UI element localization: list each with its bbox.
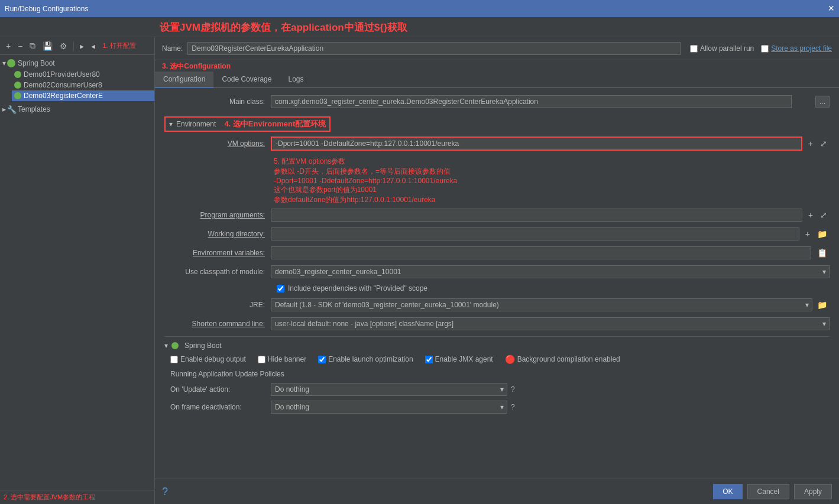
policies-title: Running Application Update Policies: [170, 370, 830, 378]
main-class-row: Main class: ...: [164, 95, 830, 108]
cancel-button[interactable]: Cancel: [747, 484, 789, 499]
config-toolbar: + − ⧉ 💾 ⚙ ▸ ◂ 1. 打开配置: [0, 37, 154, 55]
name-input[interactable]: [187, 42, 681, 55]
title-bar: Run/Debug Configurations ×: [0, 0, 839, 17]
enable-debug-option: Enable debug output: [170, 355, 246, 363]
warning-icon: 🔴: [505, 355, 515, 364]
shorten-cmd-select[interactable]: user-local default: none - java [options…: [271, 317, 830, 330]
demo03-item[interactable]: Demo03RegisterCenterE: [12, 90, 154, 101]
on-update-select[interactable]: Do nothing: [271, 383, 507, 396]
tab-coverage[interactable]: Code Coverage: [213, 71, 280, 87]
spring-boot-triangle: ▾: [164, 342, 168, 350]
enable-jmx-option: Enable JMX agent: [425, 355, 493, 363]
store-project-checkbox[interactable]: [761, 45, 769, 53]
spring-boot-header[interactable]: ▾ Spring Boot: [164, 342, 830, 350]
add-config-button[interactable]: +: [4, 40, 13, 52]
remove-config-button[interactable]: −: [15, 40, 25, 52]
program-args-expand-button[interactable]: ⤢: [818, 209, 830, 221]
bottom-bar: ? OK Cancel Apply: [155, 479, 839, 504]
env-vars-label: Environment variables:: [164, 249, 271, 257]
vm-options-expand-button[interactable]: ⤢: [818, 138, 830, 149]
ok-button[interactable]: OK: [713, 484, 742, 499]
classpath-select[interactable]: demo03_register_center_eureka_10001: [271, 265, 830, 278]
jre-label: JRE:: [164, 301, 271, 309]
main-class-browse-button[interactable]: ...: [815, 96, 830, 108]
config-panel: Main class: ... ▾ Environment 4. 选中Envir…: [155, 88, 839, 479]
enable-jmx-checkbox[interactable]: [425, 356, 433, 363]
working-dir-add-button[interactable]: +: [803, 228, 812, 240]
window-title: Run/Debug Configurations: [5, 5, 88, 13]
tab-configuration[interactable]: Configuration: [155, 71, 213, 88]
store-project-label: Store as project file: [771, 44, 832, 53]
bg-compilation-label: Background compilation enabled: [517, 355, 620, 363]
on-frame-row: On frame deactivation: Do nothing ?: [170, 401, 830, 414]
spring-boot-group[interactable]: ▾ Spring Boot: [0, 57, 154, 69]
env-vars-edit-button[interactable]: 📋: [815, 247, 830, 259]
spring-boot-section: ▾ Spring Boot Enable debug output Hide b…: [164, 336, 830, 414]
step1-annotation: 1. 打开配置: [102, 41, 135, 50]
templates-label: Templates: [18, 105, 50, 113]
jre-row: JRE: Default (1.8 - SDK of 'demo03_regis…: [164, 298, 830, 311]
expand-button[interactable]: ▸: [77, 40, 86, 52]
hide-banner-option: Hide banner: [258, 355, 306, 363]
copy-config-button[interactable]: ⧉: [27, 40, 38, 52]
include-deps-label: Include dependencies with "Provided" sco…: [288, 284, 427, 292]
shorten-cmd-label: Shorten command line:: [164, 320, 271, 328]
program-args-input[interactable]: [271, 209, 802, 222]
on-update-help-icon[interactable]: ?: [511, 385, 515, 394]
spring-boot-section-label: Spring Boot: [184, 342, 222, 350]
jre-browse-button[interactable]: 📁: [815, 299, 830, 311]
vm-options-add-button[interactable]: +: [806, 138, 815, 149]
working-dir-label: Working directory:: [164, 230, 271, 238]
on-update-label: On 'Update' action:: [170, 385, 271, 394]
demo01-item[interactable]: Demo01ProviderUser80: [12, 69, 154, 80]
demo01-label: Demo01ProviderUser80: [24, 70, 100, 79]
run-debug-config-window: Run/Debug Configurations × 设置JVM虚拟机的参数值，…: [0, 0, 839, 504]
step4-annotation: 4. 选中Environment配置环境: [224, 119, 326, 129]
demo03-label: Demo03RegisterCenterE: [24, 92, 103, 100]
enable-jmx-label: Enable JMX agent: [435, 355, 493, 363]
close-button[interactable]: ×: [828, 2, 834, 15]
on-frame-help-icon[interactable]: ?: [511, 403, 515, 411]
enable-launch-option: Enable launch optimization: [318, 355, 413, 363]
toolbar-separator: [73, 41, 74, 51]
hide-banner-checkbox[interactable]: [258, 356, 265, 363]
allow-parallel-label: Allow parallel run: [700, 44, 754, 53]
include-deps-checkbox[interactable]: [277, 285, 284, 292]
collapse-button[interactable]: ◂: [89, 40, 98, 52]
main-class-input[interactable]: [271, 95, 792, 108]
main-class-label: Main class:: [164, 97, 271, 106]
policies-section: Running Application Update Policies On '…: [164, 370, 830, 414]
action-buttons: OK Cancel Apply: [713, 484, 832, 499]
environment-section-header[interactable]: ▾ Environment 4. 选中Environment配置环境: [164, 116, 331, 132]
hide-banner-label: Hide banner: [268, 355, 306, 363]
allow-parallel-checkbox[interactable]: [690, 45, 698, 53]
spring-boot-options: Enable debug output Hide banner Enable l…: [164, 355, 830, 364]
apply-button[interactable]: Apply: [794, 484, 832, 499]
vm-options-label: VM options:: [164, 139, 271, 148]
env-vars-input[interactable]: [271, 246, 811, 259]
classpath-row: Use classpath of module: demo03_register…: [164, 265, 830, 278]
templates-group[interactable]: ▸ 🔧 Templates: [0, 103, 154, 115]
on-frame-label: On frame deactivation:: [170, 403, 271, 411]
working-dir-browse-button[interactable]: 📁: [815, 228, 830, 240]
save-config-button[interactable]: 💾: [40, 40, 55, 52]
environment-label: Environment: [176, 120, 216, 128]
enable-debug-label: Enable debug output: [180, 355, 246, 363]
step3-annotation: 3. 选中Configuration: [155, 60, 839, 71]
enable-launch-checkbox[interactable]: [318, 356, 326, 363]
help-button[interactable]: ?: [162, 486, 168, 498]
working-dir-input[interactable]: [271, 227, 799, 240]
demo02-item[interactable]: Demo02ConsumerUser8: [12, 80, 154, 90]
tab-logs[interactable]: Logs: [280, 71, 312, 87]
on-frame-select[interactable]: Do nothing: [271, 401, 507, 414]
vm-options-input[interactable]: [271, 136, 802, 151]
jre-select[interactable]: Default (1.8 - SDK of 'demo03_register_c…: [271, 298, 812, 311]
store-project-option: Store as project file: [761, 44, 832, 53]
settings-config-button[interactable]: ⚙: [57, 40, 70, 52]
allow-parallel-option: Allow parallel run: [690, 44, 754, 53]
program-args-add-button[interactable]: +: [806, 209, 815, 221]
vm-options-row: VM options: + ⤢: [164, 136, 830, 151]
enable-debug-checkbox[interactable]: [170, 356, 178, 363]
tabs: Configuration Code Coverage Logs: [155, 71, 839, 88]
